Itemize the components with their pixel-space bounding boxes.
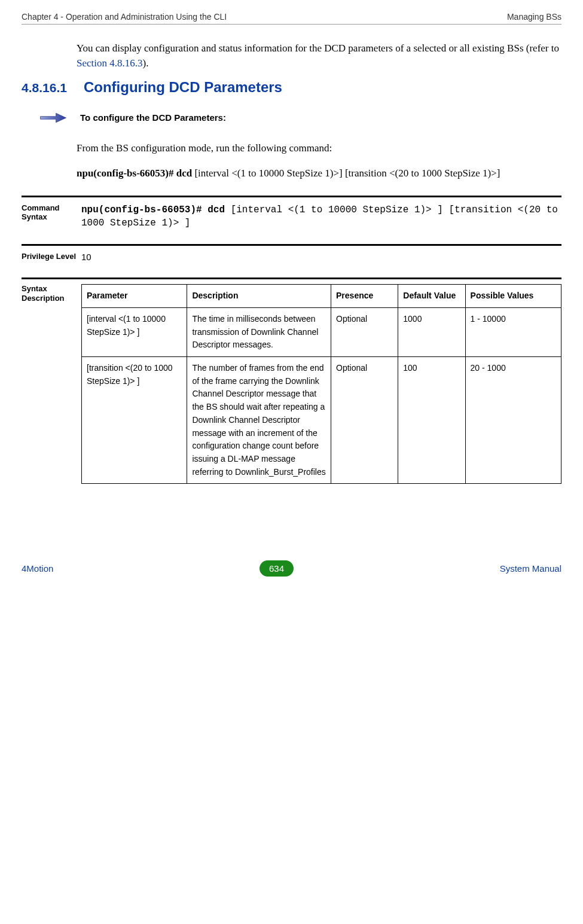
footer-right: System Manual	[500, 563, 561, 574]
col-description: Description	[187, 285, 331, 308]
cell-param: [interval <(1 to 10000 StepSize 1)> ]	[82, 308, 187, 357]
cell-desc: The number of frames from the end of the…	[187, 357, 331, 484]
table-row: [interval <(1 to 10000 StepSize 1)> ] Th…	[82, 308, 561, 357]
page-header: Chapter 4 - Operation and Administration…	[22, 12, 561, 25]
command-syntax-label: Command Syntax	[22, 203, 81, 222]
svg-marker-0	[41, 114, 66, 123]
arrow-icon	[39, 111, 67, 127]
command-example-bold: npu(config-bs-66053)# dcd	[77, 167, 192, 179]
col-parameter: Parameter	[82, 285, 187, 308]
privilege-value: 10	[81, 252, 91, 262]
command-syntax-body: npu(config-bs-66053)# dcd [interval <(1 …	[81, 203, 561, 230]
cell-possible: 1 - 10000	[465, 308, 561, 357]
intro-paragraph: You can display configuration and status…	[77, 41, 561, 71]
privilege-label: Privilege Level	[22, 252, 81, 261]
command-syntax-bold: npu(config-bs-66053)# dcd	[81, 205, 225, 215]
syntax-description-block: Syntax Description Parameter Description…	[22, 277, 561, 484]
header-right: Managing BSs	[507, 12, 561, 22]
page-number-badge: 634	[260, 560, 294, 577]
run-instruction: From the BS configuration mode, run the …	[77, 141, 561, 156]
header-left: Chapter 4 - Operation and Administration…	[22, 12, 227, 22]
cell-possible: 20 - 1000	[465, 357, 561, 484]
section-title: Configuring DCD Parameters	[84, 79, 282, 96]
intro-post: ).	[143, 57, 149, 69]
procedure-block: To configure the DCD Parameters:	[39, 111, 561, 127]
cell-default: 100	[398, 357, 465, 484]
col-presence: Presence	[331, 285, 398, 308]
intro-pre: You can display configuration and status…	[77, 42, 559, 54]
footer-left: 4Motion	[22, 563, 53, 574]
command-example: npu(config-bs-66053)# dcd [interval <(1 …	[77, 166, 561, 181]
cell-presence: Optional	[331, 308, 398, 357]
cell-param: [transition <(20 to 1000 StepSize 1)> ]	[82, 357, 187, 484]
cell-desc: The time in milliseconds between transmi…	[187, 308, 331, 357]
privilege-level-block: Privilege Level 10	[22, 244, 561, 262]
table-row: [transition <(20 to 1000 StepSize 1)> ] …	[82, 357, 561, 484]
syntax-table: Parameter Description Presence Default V…	[81, 284, 561, 484]
procedure-title: To configure the DCD Parameters:	[80, 111, 226, 123]
table-header-row: Parameter Description Presence Default V…	[82, 285, 561, 308]
col-possible: Possible Values	[465, 285, 561, 308]
section-heading: 4.8.16.1 Configuring DCD Parameters	[22, 79, 561, 96]
cell-default: 1000	[398, 308, 465, 357]
command-syntax-block: Command Syntax npu(config-bs-66053)# dcd…	[22, 196, 561, 230]
section-number: 4.8.16.1	[22, 81, 67, 95]
intro-xref-link[interactable]: Section 4.8.16.3	[77, 57, 143, 69]
cell-presence: Optional	[331, 357, 398, 484]
page-footer: 4Motion 634 System Manual	[0, 550, 583, 590]
col-default: Default Value	[398, 285, 465, 308]
syntax-label: Syntax Description	[22, 284, 81, 303]
command-example-rest: [interval <(1 to 10000 StepSize 1)>] [tr…	[192, 167, 500, 179]
